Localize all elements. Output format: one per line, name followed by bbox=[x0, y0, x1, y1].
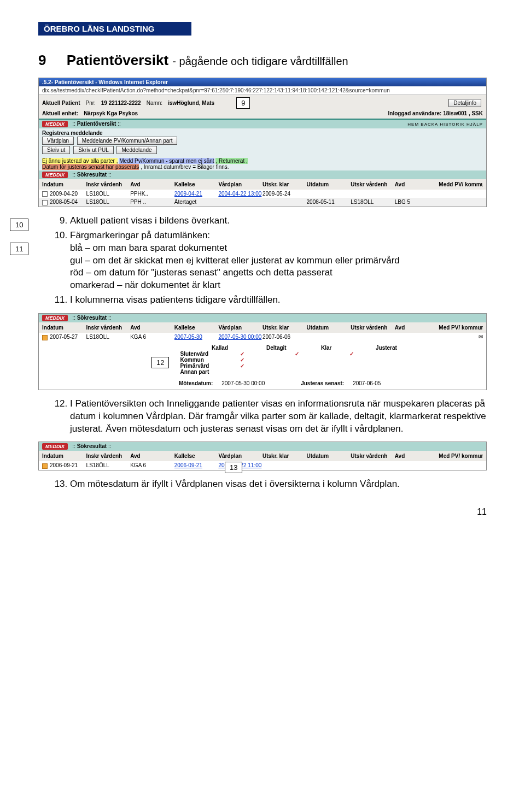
checkbox-icon[interactable] bbox=[42, 335, 48, 340]
section-header-1: Patientöversikt bbox=[77, 121, 116, 127]
checkbox-icon[interactable] bbox=[42, 463, 48, 469]
meddix-logo-3: MEDDIX bbox=[42, 315, 68, 321]
enhet-label: Aktuell enhet: bbox=[42, 110, 78, 116]
section-header-sok-2: Sökresultat bbox=[77, 315, 107, 321]
pnr-label: Pnr: bbox=[85, 100, 95, 106]
history-icon[interactable]: HISTORIK bbox=[440, 122, 465, 127]
body-list-1: Aktuell patient visas i bildens överkant… bbox=[58, 215, 487, 307]
box-9: 9 bbox=[236, 97, 250, 109]
inloggad-label: Inloggad användare: bbox=[388, 110, 442, 116]
window-titlebar: .5.2- Patientöversikt - Windows Internet… bbox=[39, 78, 486, 86]
pop-col-justerat: Justerat bbox=[376, 345, 409, 351]
box-13: 13 bbox=[225, 462, 242, 473]
page-title: 9 Patientöversikt - pågående och tidigar… bbox=[38, 52, 487, 69]
table-header-row-2: IndatumInskr vårdenh AvdKallelse Vårdpla… bbox=[39, 322, 486, 333]
motesdatum-label: Mötesdatum: bbox=[179, 380, 213, 386]
skriv-ut-pul-button[interactable]: Skriv ut PUL bbox=[73, 146, 114, 154]
skriv-ut-button[interactable]: Skriv ut bbox=[42, 146, 70, 154]
address-bar[interactable]: dix.se/testmeddix/checkIfPatientAction.d… bbox=[39, 86, 486, 95]
item-10: Färgmarkeringar på datumlänken: blå – om… bbox=[70, 230, 487, 292]
help-icon[interactable]: HJÄLP bbox=[466, 122, 483, 127]
pop-col-deltagit: Deltagit bbox=[266, 345, 299, 351]
justeras-value: 2007-06-05 bbox=[353, 380, 381, 386]
item-12: I Patientöversikten och Inneliggande pat… bbox=[70, 398, 487, 436]
section-header-2: Sökresultat bbox=[77, 172, 107, 178]
namn-value: iswHöglund, Mats bbox=[168, 100, 214, 106]
table-row[interactable]: 2007-05-27 LS18ÖLLKGA 6 2007-05-30 2007-… bbox=[39, 333, 486, 341]
page-number: 11 bbox=[38, 507, 487, 517]
margin-box-11: 11 bbox=[10, 243, 28, 255]
enhet-value: Närpsyk Kga Psykos bbox=[84, 110, 138, 116]
section-number: 9 bbox=[38, 52, 46, 68]
table-row[interactable]: 2006-09-21 LS18ÖLLKGA 6 2006-09-21 2006-… bbox=[39, 461, 486, 469]
legend-blue: Medd Pv/Kommun - sparat men ej sänt bbox=[119, 158, 214, 164]
vardplan-button[interactable]: Vårdplan bbox=[42, 137, 74, 145]
meddix-logo: MEDDIX bbox=[42, 121, 68, 127]
pop-col-kallad: Kallad bbox=[212, 345, 244, 351]
table-row[interactable]: 2009-04-20 LS18ÖLLPPHK.. 2009-04-21 2004… bbox=[39, 190, 486, 198]
meddelande-pv-button[interactable]: Meddelande PV/Kommun/Annan part bbox=[77, 137, 178, 145]
home-icon[interactable]: HEM bbox=[407, 122, 419, 127]
screenshot-tooltip: MEDDIX :: Sökresultat :: IndatumInskr vå… bbox=[38, 313, 487, 390]
margin-box-10: 10 bbox=[10, 219, 28, 231]
motesdatum-value: 2007-05-30 00:00 bbox=[221, 380, 265, 386]
section-header-sok-3: Sökresultat bbox=[77, 443, 107, 449]
screenshot-patientoversikt: .5.2- Patientöversikt - Windows Internet… bbox=[38, 78, 487, 207]
meddelande-button[interactable]: Meddelande bbox=[116, 146, 156, 154]
org-header: ÖREBRO LÄNS LANDSTING bbox=[38, 22, 191, 36]
legend-green: , Returnerat , bbox=[215, 158, 247, 164]
title-sub: - pågående och tidigare vårdtillfällen bbox=[172, 55, 348, 67]
meddix-logo-2: MEDDIX bbox=[42, 172, 68, 178]
item-13: Om mötesdatum är ifyllt i Vårdplanen vis… bbox=[70, 478, 487, 491]
body-list-3: Om mötesdatum är ifyllt i Vårdplanen vis… bbox=[58, 478, 487, 491]
pop-col-klar: Klar bbox=[321, 345, 354, 351]
checkbox-icon[interactable] bbox=[42, 191, 48, 197]
table-header-row: IndatumInskr vårdenh AvdKallelse Vårdpla… bbox=[39, 179, 486, 190]
table-row[interactable]: 2008-05-04 LS18ÖLLPPH .. Återtaget 2008-… bbox=[39, 198, 486, 206]
legend-post: , Inramat datum/brev = Bilagor finns. bbox=[141, 164, 229, 170]
screenshot-vardplan-col: MEDDIX :: Sökresultat :: IndatumInskr vå… bbox=[38, 442, 487, 470]
item-11: I kolumnerna visas patientens tidigare v… bbox=[70, 294, 487, 307]
item-9: Aktuell patient visas i bildens överkant… bbox=[70, 215, 487, 227]
detaljinfo-button[interactable]: Detaljinfo bbox=[448, 99, 481, 107]
back-icon[interactable]: BACKA bbox=[421, 122, 438, 127]
legend-red: Datum för justeras senast har passerats bbox=[42, 164, 139, 170]
body-list-2: I Patientöversikten och Inneliggande pat… bbox=[58, 398, 487, 436]
meddix-logo-4: MEDDIX bbox=[42, 443, 68, 450]
inloggad-value: 18isw001 , SSK bbox=[443, 110, 483, 116]
title-main: Patientöversikt bbox=[67, 52, 168, 68]
registrera-label: Registrera meddelande bbox=[42, 130, 103, 136]
box-12: 12 bbox=[151, 357, 169, 368]
namn-label: Namn: bbox=[147, 100, 162, 106]
pnr-value: 19 221122-2222 bbox=[101, 100, 141, 106]
legend-yellow: Ej ännu justerad av alla parter , bbox=[42, 158, 118, 164]
table-header-row-3: IndatumInskr vårdenh AvdKallelse Vårdpla… bbox=[39, 451, 486, 461]
aktuell-patient-label: Aktuell Patient bbox=[42, 100, 80, 106]
justeras-label: Justeras senast: bbox=[301, 380, 344, 386]
checkbox-icon[interactable] bbox=[42, 200, 48, 205]
